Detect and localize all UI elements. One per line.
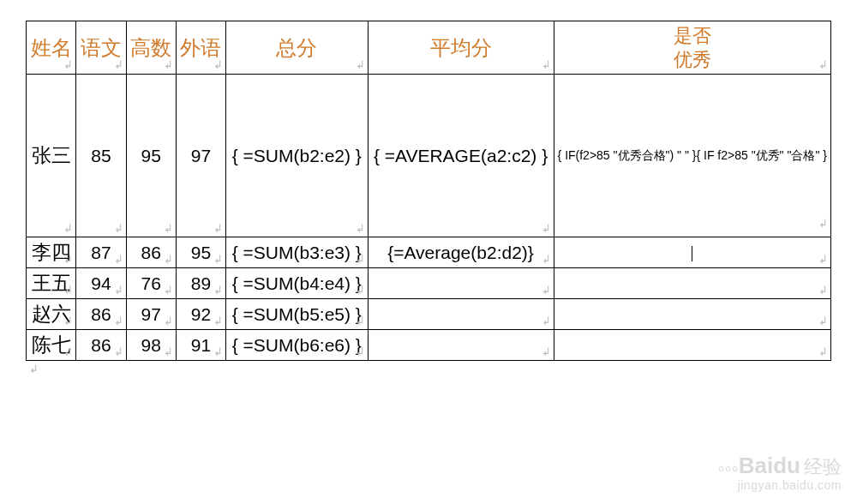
cell-mark-icon: ↲ [356, 222, 365, 235]
table-row: 张三↲ 85↲ 95↲ 97↲ { =SUM(b2:e2) }↲ { =AVER… [27, 75, 831, 237]
cell-mark-icon: ↲ [542, 253, 551, 266]
cell-mark-icon: ↲ [818, 58, 828, 72]
cell-mark-icon: ↲ [213, 284, 223, 297]
cell-mark-icon: ↲ [114, 315, 123, 327]
cell-mark-icon: ↲ [213, 345, 223, 358]
cell-mark-icon: ↲ [164, 315, 173, 327]
grades-table: 姓名↲ 语文↲ 高数↲ 外语↲ 总分↲ 平均分↲ 是否 优秀↲ 张三↲ 85↲ … [26, 21, 831, 361]
cell-name: 陈七↲ [27, 330, 76, 361]
cell-mark-icon: ↲ [164, 284, 173, 297]
table-row: 王五↲ 94↲ 76↲ 89↲ { =SUM(b4:e4) }↲ ↲ ↲ [27, 268, 831, 299]
cell-mark-icon: ↲ [63, 58, 73, 72]
cell-foreign: 91↲ [176, 330, 225, 361]
table-row: 赵六↲ 86↲ 97↲ 92↲ { =SUM(b5:e5) }↲ ↲ ↲ [27, 299, 831, 330]
cell-mark-icon: ↲ [542, 345, 551, 358]
cell-excellent: ↲ [554, 330, 830, 361]
cell-mark-icon: ↲ [114, 58, 123, 72]
cell-excellent[interactable]: ↲ [554, 237, 830, 268]
cell-mark-icon: ↲ [63, 222, 73, 235]
watermark-url: jingyan.baidu.com [716, 479, 842, 492]
cell-mark-icon: ↲ [164, 253, 173, 266]
cell-total: { =SUM(b2:e2) }↲ [226, 75, 368, 237]
cell-mark-icon: ↲ [818, 253, 828, 266]
cell-mark-icon: ↲ [114, 345, 123, 358]
table-row: 李四↲ 87↲ 86↲ 95↲ { =SUM(b3:e3) }↲ {=Avera… [27, 237, 831, 268]
text-cursor-icon [692, 246, 692, 261]
cell-total: { =SUM(b5:e5) }↲ [226, 299, 368, 330]
paragraph-mark-icon: ↲ [26, 363, 39, 375]
cell-mark-icon: ↲ [114, 253, 123, 266]
cell-foreign: 97↲ [176, 75, 225, 237]
cell-mark-icon: ↲ [213, 315, 223, 327]
cell-name: 李四↲ [27, 237, 76, 268]
header-total: 总分↲ [226, 21, 368, 75]
cell-mark-icon: ↲ [818, 315, 828, 327]
cell-average: { =AVERAGE(a2:c2) }↲ [368, 75, 554, 237]
cell-math: 97↲ [126, 299, 176, 330]
cell-math: 76↲ [126, 268, 176, 299]
cell-math: 86↲ [126, 237, 176, 268]
cell-excellent: ↲ [554, 299, 830, 330]
cell-excellent: { IF(f2>85 "优秀合格") " " }{ IF f2>85 "优秀" … [554, 75, 830, 237]
cell-name: 王五↲ [27, 268, 76, 299]
cell-mark-icon: ↲ [164, 58, 173, 72]
cell-mark-icon: ↲ [114, 222, 123, 235]
table-row: 陈七↲ 86↲ 98↲ 91↲ { =SUM(b6:e6) }↲ ↲ ↲ [27, 330, 831, 361]
cell-chinese: 85↲ [76, 75, 126, 237]
cell-total: { =SUM(b4:e4) }↲ [226, 268, 368, 299]
cell-average: ↲ [368, 268, 554, 299]
cell-name: 赵六↲ [27, 299, 76, 330]
cell-mark-icon: ↲ [818, 213, 828, 235]
cell-mark-icon: ↲ [818, 284, 828, 297]
cell-foreign: 92↲ [176, 299, 225, 330]
cell-chinese: 86↲ [76, 299, 126, 330]
cell-mark-icon: ↲ [213, 58, 223, 72]
cell-math: 95↲ [126, 75, 176, 237]
cell-math: 98↲ [126, 330, 176, 361]
cell-mark-icon: ↲ [213, 253, 223, 266]
cell-average: {=Average(b2:d2)}↲ [368, 237, 554, 268]
cell-chinese: 94↲ [76, 268, 126, 299]
cell-mark-icon: ↲ [213, 222, 223, 235]
paw-icon: ∘∘∘ [716, 459, 737, 477]
cell-mark-icon: ↲ [542, 315, 551, 327]
header-name: 姓名↲ [27, 21, 76, 75]
cell-mark-icon: ↲ [542, 58, 551, 72]
cell-mark-icon: ↲ [818, 345, 828, 358]
cell-excellent: ↲ [554, 268, 830, 299]
header-row: 姓名↲ 语文↲ 高数↲ 外语↲ 总分↲ 平均分↲ 是否 优秀↲ [27, 21, 831, 75]
cell-name: 张三↲ [27, 75, 76, 237]
cell-average: ↲ [368, 330, 554, 361]
cell-mark-icon: ↲ [542, 222, 551, 235]
header-excellent: 是否 优秀↲ [554, 21, 830, 75]
cell-foreign: 89↲ [176, 268, 225, 299]
cell-chinese: 86↲ [76, 330, 126, 361]
cell-mark-icon: ↲ [164, 345, 173, 358]
header-math: 高数↲ [126, 21, 176, 75]
cell-mark-icon: ↲ [356, 58, 365, 72]
header-average: 平均分↲ [368, 21, 554, 75]
watermark: ∘∘∘Baidu经验 jingyan.baidu.com [716, 454, 842, 492]
header-foreign: 外语↲ [176, 21, 225, 75]
cell-total: { =SUM(b3:e3) }↲ [226, 237, 368, 268]
cell-total: { =SUM(b6:e6) }↲ [226, 330, 368, 361]
cell-mark-icon: ↲ [542, 284, 551, 297]
cell-mark-icon: ↲ [114, 284, 123, 297]
cell-mark-icon: ↲ [164, 222, 173, 235]
cell-chinese: 87↲ [76, 237, 126, 268]
header-chinese: 语文↲ [76, 21, 126, 75]
cell-average: ↲ [368, 299, 554, 330]
cell-foreign: 95↲ [176, 237, 225, 268]
